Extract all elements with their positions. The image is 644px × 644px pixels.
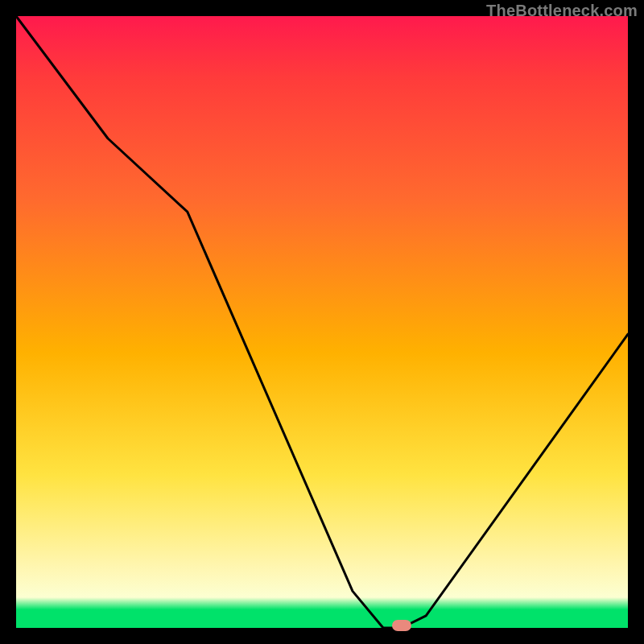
optimal-marker	[392, 620, 411, 631]
bottleneck-curve	[16, 16, 628, 628]
chart-frame: TheBottleneck.com	[0, 0, 644, 644]
plot-area	[16, 16, 628, 628]
